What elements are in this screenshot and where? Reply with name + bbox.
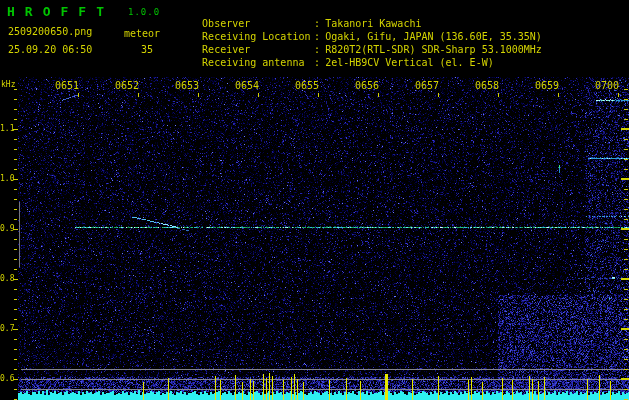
info-label: Receiving antenna bbox=[202, 57, 314, 68]
time-label: 0657 bbox=[413, 80, 439, 91]
info-colon: : bbox=[314, 57, 320, 68]
observation-mode: meteor bbox=[124, 28, 160, 39]
time-label: 0659 bbox=[533, 80, 559, 91]
time-label: 0654 bbox=[233, 80, 259, 91]
frequency-axis-unit: kHz bbox=[1, 80, 15, 89]
time-label: 0651 bbox=[53, 80, 79, 91]
freq-label: 1.0 bbox=[0, 174, 14, 183]
time-label: 0652 bbox=[113, 80, 139, 91]
hrofft-output-image: HROFFT 1.0.0 2509200650.png meteor 25.09… bbox=[0, 0, 629, 400]
output-filename: 2509200650.png bbox=[8, 26, 92, 37]
freq-label: 0.7 bbox=[0, 324, 14, 333]
time-label: 0653 bbox=[173, 80, 199, 91]
freq-label: 0.6 bbox=[0, 374, 14, 383]
app-title: HROFFT bbox=[7, 4, 114, 19]
time-label: 0658 bbox=[473, 80, 499, 91]
freq-label: 0.8 bbox=[0, 274, 14, 283]
freq-label: 1.1 bbox=[0, 124, 14, 133]
time-label: 0700 bbox=[593, 80, 619, 91]
time-label: 0655 bbox=[293, 80, 319, 91]
app-version: 1.0.0 bbox=[128, 7, 160, 17]
info-value: 2el-HB9CV Vertical (el. E-W) bbox=[325, 57, 494, 68]
meteor-count: 35 bbox=[141, 44, 153, 55]
observation-datetime: 25.09.20 06:50 bbox=[8, 44, 92, 55]
time-label: 0656 bbox=[353, 80, 379, 91]
freq-label: 0.9 bbox=[0, 224, 14, 233]
info-row-antenna: Receiving antenna:2el-HB9CV Vertical (el… bbox=[178, 46, 494, 79]
